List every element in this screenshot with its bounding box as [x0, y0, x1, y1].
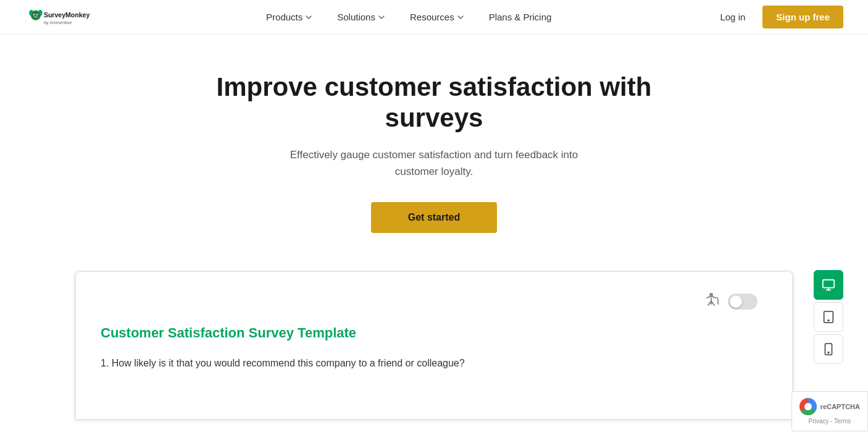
- nav-item-pricing[interactable]: Plans & Pricing: [479, 7, 562, 27]
- svg-point-6: [34, 14, 35, 15]
- preview-toolbar: [101, 284, 767, 319]
- svg-point-13: [828, 320, 829, 321]
- nav-item-resources[interactable]: Resources: [400, 7, 474, 27]
- main-nav: Products Solutions Resources Plans & Pri…: [105, 7, 712, 27]
- svg-point-3: [31, 11, 40, 19]
- logo[interactable]: SurveyMonkey by momentive: [25, 5, 105, 30]
- get-started-button[interactable]: Get started: [371, 202, 497, 233]
- svg-text:SurveyMonkey: SurveyMonkey: [44, 11, 90, 19]
- mobile-icon: [822, 342, 835, 356]
- tablet-icon: [822, 310, 835, 324]
- signup-button[interactable]: Sign up free: [762, 6, 843, 28]
- chevron-down-icon: [457, 14, 464, 21]
- nav-item-solutions[interactable]: Solutions: [327, 7, 395, 27]
- chevron-down-icon: [378, 14, 385, 21]
- svg-point-7: [37, 14, 38, 15]
- accessibility-icon: [702, 290, 720, 313]
- survey-preview-background: Customer Satisfaction Survey Template 1.…: [74, 270, 794, 421]
- svg-rect-11: [823, 280, 834, 288]
- hero-subtitle: Effectively gauge customer satisfaction …: [280, 146, 588, 180]
- hero-title: Improve customer satisfaction with surve…: [181, 72, 687, 134]
- hero-section: Improve customer satisfaction with surve…: [0, 35, 868, 258]
- svg-point-15: [828, 352, 829, 353]
- desktop-icon: [822, 278, 835, 292]
- recaptcha-logo: reCAPTCHA: [799, 398, 860, 415]
- header-actions: Log in Sign up free: [712, 6, 843, 28]
- desktop-view-button[interactable]: [814, 270, 843, 300]
- login-button[interactable]: Log in: [712, 7, 753, 27]
- nav-item-products[interactable]: Products: [256, 7, 322, 27]
- mobile-view-button[interactable]: [814, 334, 843, 364]
- toggle-switch[interactable]: [728, 294, 757, 310]
- recaptcha-icon: [799, 398, 817, 415]
- header: SurveyMonkey by momentive Products Solut…: [0, 0, 868, 35]
- survey-preview-section: Customer Satisfaction Survey Template 1.…: [0, 270, 868, 421]
- survey-preview-card: Customer Satisfaction Survey Template 1.…: [75, 271, 793, 420]
- tablet-view-button[interactable]: [814, 302, 843, 332]
- device-view-sidebar: [814, 270, 843, 364]
- recaptcha-links: Privacy - Terms: [799, 418, 860, 425]
- recaptcha-badge: reCAPTCHA Privacy - Terms: [791, 391, 868, 431]
- chevron-down-icon: [305, 14, 312, 21]
- svg-text:by momentive: by momentive: [44, 19, 72, 25]
- survey-question-1: 1. How likely is it that you would recom…: [101, 356, 767, 371]
- survey-template-title: Customer Satisfaction Survey Template: [101, 325, 767, 341]
